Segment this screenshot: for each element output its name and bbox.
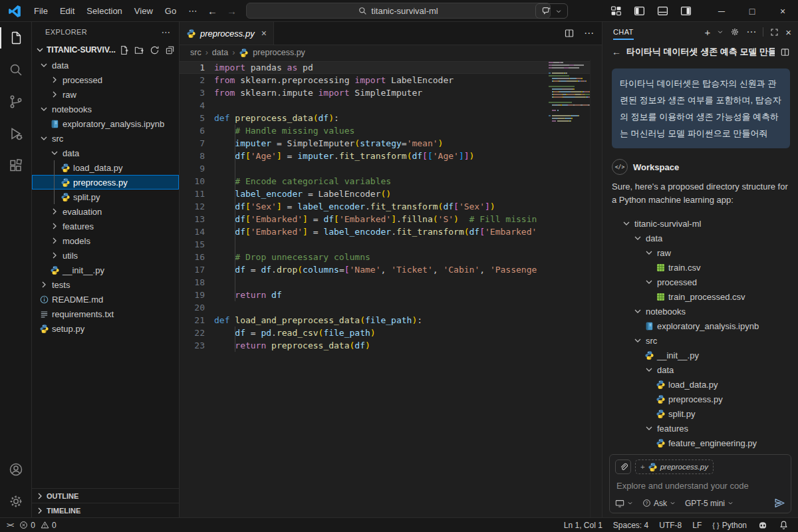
close-panel-icon[interactable]: × — [785, 27, 791, 38]
code-line-11[interactable]: 11 label_encoder = LabelEncoder() — [180, 188, 590, 200]
tree-item-data[interactable]: data — [32, 146, 179, 160]
split-editor-icon[interactable] — [564, 28, 575, 39]
problems-indicator[interactable]: 0 0 — [19, 521, 56, 530]
command-center-search[interactable]: titanic-survival-ml — [246, 3, 551, 19]
open-chat-in-editor-icon[interactable] — [780, 47, 790, 57]
tree-item-features[interactable]: features — [32, 219, 179, 233]
menu-more[interactable]: ⋯ — [182, 3, 203, 19]
model-picker[interactable]: GPT-5 mini — [685, 499, 733, 508]
explorer-activity-icon[interactable] — [0, 22, 32, 54]
code-line-1[interactable]: 1import pandas as pd — [180, 61, 590, 74]
tree-item-titanic-survival-ml[interactable]: titanic-survival-ml — [612, 216, 790, 231]
breadcrumb-data[interactable]: data — [212, 48, 228, 57]
tree-item-exploratory_analysis.ipynb[interactable]: exploratory_analysis.ipynb — [612, 319, 790, 333]
vertical-scrollbar[interactable] — [590, 60, 602, 517]
attach-context-button[interactable] — [615, 460, 631, 474]
tree-item-processed[interactable]: processed — [612, 275, 790, 289]
new-chat-icon[interactable]: + — [704, 27, 710, 38]
code-line-23[interactable]: 23 return preprocess_data(df) — [180, 339, 590, 352]
tree-item-utils[interactable]: utils — [32, 248, 179, 263]
breadcrumb[interactable]: src › data › preprocess.py — [180, 45, 602, 60]
minimize-button[interactable]: ─ — [706, 0, 737, 22]
run-debug-activity-icon[interactable] — [0, 118, 32, 150]
code-line-20[interactable]: 20 — [180, 301, 590, 314]
tree-item-evaluation[interactable]: evaluation — [32, 204, 179, 219]
code-line-17[interactable]: 17 df = df.drop(columns=['Name', 'Ticket… — [180, 263, 590, 276]
tree-item-processed[interactable]: processed — [32, 72, 179, 87]
tree-item-split.py[interactable]: split.py — [32, 190, 179, 204]
tree-item-feature_engineering.py[interactable]: feature_engineering.py — [612, 436, 790, 449]
copilot-status-icon[interactable] — [757, 520, 768, 531]
tree-item-features[interactable]: features — [612, 421, 790, 436]
outline-section[interactable]: OUTLINE — [32, 488, 179, 503]
menu-go[interactable]: Go — [159, 3, 182, 19]
tree-item-preprocess.py[interactable]: preprocess.py — [612, 392, 790, 406]
tree-item-data[interactable]: data — [32, 58, 179, 72]
tools-picker[interactable] — [615, 499, 633, 508]
code-line-14[interactable]: 14 df['Embarked'] = label_encoder.fit_tr… — [180, 225, 590, 238]
code-line-9[interactable]: 9 — [180, 162, 590, 175]
tree-item-tests[interactable]: tests — [32, 277, 179, 292]
tree-item-raw[interactable]: raw — [32, 87, 179, 102]
chat-input-placeholder[interactable]: Explore and understand your code — [615, 474, 785, 497]
indentation-setting[interactable]: Spaces: 4 — [613, 521, 648, 530]
breadcrumb-src[interactable]: src — [190, 48, 201, 57]
tree-item-data[interactable]: data — [612, 231, 790, 245]
tree-item-data[interactable]: data — [612, 362, 790, 377]
tree-item-split.py[interactable]: split.py — [612, 406, 790, 421]
code-line-3[interactable]: 3from sklearn.impute import SimpleImpute… — [180, 86, 590, 99]
send-button[interactable] — [774, 497, 785, 509]
settings-gear-icon[interactable] — [0, 485, 32, 517]
chat-settings-gear-icon[interactable] — [730, 27, 739, 37]
code-line-15[interactable]: 15 — [180, 238, 590, 251]
tab-preprocess-py[interactable]: preprocess.py × — [180, 22, 274, 45]
code-line-16[interactable]: 16 # Drop unnecessary columns — [180, 251, 590, 263]
code-line-12[interactable]: 12 df['Sex'] = label_encoder.fit_transfo… — [180, 200, 590, 213]
tree-item-models[interactable]: models — [32, 233, 179, 248]
menu-file[interactable]: File — [28, 3, 54, 19]
code-line-7[interactable]: 7 imputer = SimpleImputer(strategy='mean… — [180, 137, 590, 150]
code-line-2[interactable]: 2from sklearn.preprocessing import Label… — [180, 74, 590, 86]
language-mode[interactable]: { } Python — [712, 521, 747, 530]
tree-item-preprocess.py[interactable]: preprocess.py — [32, 175, 179, 190]
minimap[interactable] — [549, 61, 590, 517]
maximize-button[interactable]: □ — [737, 0, 767, 22]
search-activity-icon[interactable] — [0, 54, 32, 86]
chat-back-icon[interactable]: ← — [612, 47, 621, 57]
code-line-8[interactable]: 8 df['Age'] = imputer.fit_transform(df[[… — [180, 150, 590, 162]
workspace-section-header[interactable]: TITANIC-SURVIV... — [32, 42, 179, 58]
toggle-panel-icon[interactable] — [657, 5, 668, 17]
remote-indicator-icon[interactable]: >< — [7, 521, 13, 529]
menu-selection[interactable]: Selection — [80, 3, 128, 19]
new-file-icon[interactable] — [119, 45, 129, 55]
notifications-bell-icon[interactable] — [779, 520, 789, 530]
tree-item-README.md[interactable]: README.md — [32, 292, 179, 307]
encoding-setting[interactable]: UTF-8 — [659, 521, 682, 530]
cursor-position[interactable]: Ln 1, Col 1 — [564, 521, 602, 530]
code-line-5[interactable]: 5def preprocess_data(df): — [180, 112, 590, 124]
tree-item-train.csv[interactable]: train.csv — [612, 260, 790, 275]
nav-forward-icon[interactable]: → — [227, 5, 237, 17]
refresh-icon[interactable] — [150, 45, 160, 55]
tree-item-exploratory_analysis.ipynb[interactable]: exploratory_analysis.ipynb — [32, 116, 179, 131]
chevron-down-icon[interactable] — [717, 29, 724, 35]
context-chip-preprocess-py[interactable]: + preprocess.py — [635, 460, 714, 474]
tree-item-__init__.py[interactable]: __init__.py — [612, 348, 790, 362]
code-line-22[interactable]: 22 df = pd.read_csv(file_path) — [180, 327, 590, 339]
tree-item-notebooks[interactable]: notebooks — [32, 102, 179, 116]
maximize-panel-icon[interactable] — [770, 28, 779, 37]
tab-close-icon[interactable]: × — [261, 28, 267, 39]
tree-item-load_data.py[interactable]: load_data.py — [32, 160, 179, 175]
toggle-primary-sidebar-icon[interactable] — [634, 5, 645, 17]
code-line-6[interactable]: 6 # Handle missing values — [180, 124, 590, 137]
account-icon[interactable] — [0, 454, 32, 485]
copilot-menu-button[interactable] — [535, 3, 568, 19]
chat-more-actions-icon[interactable]: ⋯ — [746, 26, 756, 38]
collapse-all-icon[interactable] — [165, 45, 175, 55]
menu-view[interactable]: View — [128, 3, 159, 19]
mode-picker[interactable]: ? Ask — [642, 499, 676, 508]
tree-item-src[interactable]: src — [32, 131, 179, 146]
code-line-19[interactable]: 19 return df — [180, 289, 590, 301]
new-folder-icon[interactable] — [134, 45, 144, 55]
code-line-10[interactable]: 10 # Encode categorical variables — [180, 175, 590, 188]
